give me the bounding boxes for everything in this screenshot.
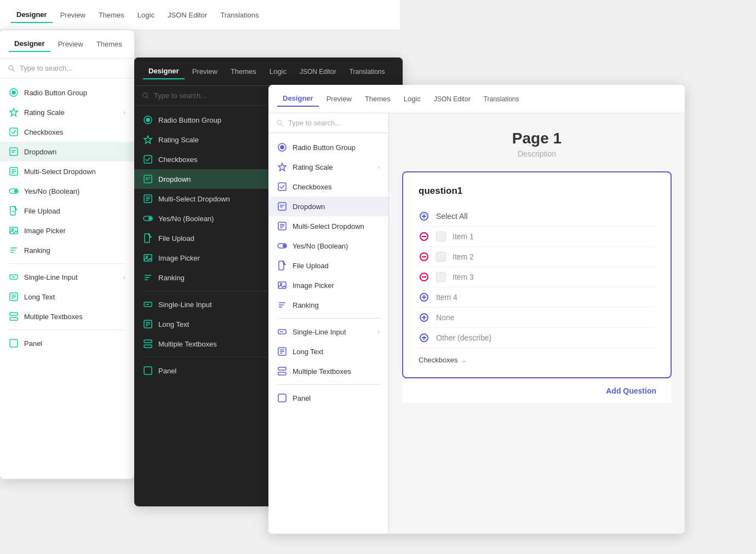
p3-tab-translations[interactable]: Translations [478,92,525,106]
tab-json-outer[interactable]: JSON Editor [162,8,213,22]
panel2-search-placeholder[interactable]: Type to search... [154,91,207,100]
p3-item-ranking[interactable]: Ranking [268,295,388,315]
p3-item-imagepicker-label: Image Picker [293,281,334,290]
svg-rect-29 [10,318,18,320]
svg-line-62 [281,124,283,126]
p1-item-yesno[interactable]: Yes/No (Boolean) [0,181,134,201]
p3-item-multitextboxes[interactable]: Multiple Textboxes [268,361,388,381]
p1-item-singleline[interactable]: Single-Line Input › [0,267,134,287]
ranking-icon-p3 [277,300,287,310]
p1-item-checkboxes[interactable]: Checkboxes [0,122,134,142]
tab-translations-outer[interactable]: Translations [215,8,264,22]
panel3-search-placeholder[interactable]: Type to search... [288,119,341,127]
p2-item-yesno-label: Yes/No (Boolean) [158,215,214,223]
p3-item-radio[interactable]: Radio Button Group [268,137,388,157]
image-icon-p2 [143,253,153,263]
p2-item-fileupload-label: File Upload [158,234,194,243]
p2-tab-logic[interactable]: Logic [264,64,292,79]
image-icon [9,226,19,235]
p2-item-singleline-label: Single-Line Input [158,301,212,309]
choice-row-selectall[interactable]: Select All [419,206,655,227]
p1-tab-designer[interactable]: Designer [9,36,50,52]
multitextboxes-icon [9,311,19,321]
svg-rect-88 [278,367,286,370]
p3-item-multiselect[interactable]: Multi-Select Dropdown [268,216,388,236]
p3-item-multiselect-label: Multi-Select Dropdown [293,222,364,230]
p2-tab-designer[interactable]: Designer [143,64,185,79]
p3-item-fileupload[interactable]: File Upload [268,256,388,275]
radio-icon-p3 [277,142,287,152]
p1-item-ranking[interactable]: Ranking [0,240,134,260]
file-icon-p2 [143,233,153,243]
p3-item-dropdown[interactable]: Dropdown [268,197,388,216]
panel1-search-placeholder[interactable]: Type to search... [20,64,72,72]
p3-item-singleline[interactable]: Single-Line Input › [268,322,388,342]
tab-preview-outer[interactable]: Preview [55,8,91,22]
ranking-icon-p2 [143,273,153,282]
choice-row-item1[interactable]: Item 1 [419,227,655,247]
p1-item-dropdown[interactable]: Dropdown [0,142,134,161]
panel3-main-content: Page 1 Description question1 Select All [389,113,685,534]
p3-tab-preview[interactable]: Preview [321,91,357,106]
p1-item-panel[interactable]: Panel [0,333,134,353]
question-footer[interactable]: Checkboxes ⌄ [419,356,655,364]
p3-item-rating[interactable]: Rating Scale › [268,157,388,177]
p3-item-longtext-label: Long Text [293,348,323,356]
tab-designer-outer[interactable]: Designer [11,7,53,23]
p3-rating-chevron: › [377,164,380,170]
svg-rect-90 [278,394,286,402]
p3-item-longtext[interactable]: Long Text [268,342,388,361]
p1-item-rating[interactable]: Rating Scale › [0,102,134,122]
image-icon-p3 [277,280,287,290]
panel3-search-bar: Type to search... [268,113,388,133]
p1-tab-logic[interactable]: Logic [130,37,134,51]
p1-item-imagepicker[interactable]: Image Picker [0,221,134,240]
p2-tab-json[interactable]: JSON Editor [294,65,342,79]
p2-item-imagepicker-label: Image Picker [158,254,200,262]
p2-tab-preview[interactable]: Preview [187,64,223,79]
choice-row-other[interactable]: Other (describe) [419,328,655,348]
p1-item-multitextboxes[interactable]: Multiple Textboxes [0,307,134,326]
p3-item-panel[interactable]: Panel [268,388,388,408]
minus-icon-item1 [419,231,429,242]
p3-tab-json[interactable]: JSON Editor [428,92,476,106]
p3-item-checkboxes-label: Checkboxes [293,183,332,191]
svg-rect-47 [144,255,152,261]
tab-logic-outer[interactable]: Logic [132,8,160,22]
p3-item-yesno[interactable]: Yes/No (Boolean) [268,236,388,256]
add-question-bar[interactable]: Add Question [402,378,672,403]
toggle-icon-p3 [277,241,287,251]
choice-label-item3: Item 3 [453,273,474,281]
p2-item-longtext-label: Long Text [158,320,189,328]
p1-item-fileupload[interactable]: File Upload [0,201,134,221]
p3-divider2 [277,384,380,385]
p1-item-longtext[interactable]: Long Text [0,287,134,307]
choice-row-item2[interactable]: Item 2 [419,247,655,267]
p1-tab-themes[interactable]: Themes [91,37,128,51]
p2-tab-themes[interactable]: Themes [225,64,262,79]
longtext-icon-p2 [143,319,153,329]
choice-row-none[interactable]: None [419,308,655,328]
svg-marker-35 [144,136,152,143]
p1-tab-preview[interactable]: Preview [53,37,89,51]
p3-item-ranking-label: Ranking [293,301,319,309]
p3-tab-designer[interactable]: Designer [277,91,319,107]
p3-item-imagepicker[interactable]: Image Picker [268,275,388,295]
p3-tab-themes[interactable]: Themes [359,91,396,106]
svg-point-64 [280,146,284,149]
tab-themes-outer[interactable]: Themes [93,8,130,22]
plus-icon-other [419,332,429,343]
svg-rect-37 [144,175,152,183]
panel1-search-bar: Type to search... [0,59,134,78]
choice-row-item4[interactable]: Item 4 [419,287,655,308]
p3-tab-logic[interactable]: Logic [398,91,426,106]
ranking-icon [9,245,19,255]
p1-item-multiselect[interactable]: Multi-Select Dropdown [0,161,134,181]
p3-item-checkboxes[interactable]: Checkboxes [268,177,388,197]
svg-rect-89 [278,372,286,375]
choice-row-item3[interactable]: Item 3 [419,267,655,287]
p1-item-radio[interactable]: Radio Button Group [0,83,134,102]
search-icon-p2 [142,92,150,100]
p2-tab-translations[interactable]: Translations [344,65,391,79]
star-icon [9,107,19,117]
